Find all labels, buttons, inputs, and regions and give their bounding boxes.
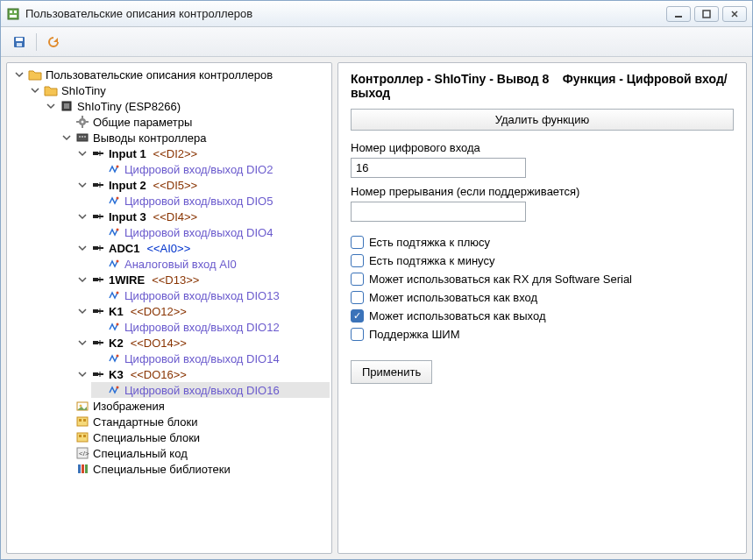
- svg-rect-51: [93, 372, 98, 376]
- tree-label: Пользовательские описания контроллеров: [46, 68, 273, 82]
- tree-label: Изображения: [93, 400, 165, 413]
- tree-node[interactable]: Input 1 <<DI2>>: [75, 145, 330, 161]
- svg-rect-59: [83, 419, 86, 422]
- tree-label: Input 2: [109, 179, 146, 192]
- close-button[interactable]: [722, 6, 747, 22]
- pin-icon: [91, 367, 105, 381]
- checkbox[interactable]: [351, 236, 364, 249]
- checkbox-label: Есть подтяжка к плюсу: [369, 236, 490, 249]
- tree-leaf[interactable]: Цифровой вход/выход DIO16: [91, 382, 330, 398]
- pin-icon: [91, 273, 105, 287]
- refresh-button[interactable]: [44, 32, 63, 52]
- minimize-button[interactable]: [666, 6, 691, 22]
- tree-node[interactable]: K1 <<DO12>>: [75, 303, 330, 319]
- svg-point-46: [117, 323, 119, 326]
- svg-rect-61: [79, 435, 82, 437]
- folder-icon: [44, 83, 58, 97]
- tree-leaf[interactable]: Аналоговый вход AI0: [91, 256, 330, 272]
- tree-node[interactable]: ADC1 <<AI0>>: [75, 240, 330, 256]
- tree-leaf[interactable]: Цифровой вход/выход DIO13: [91, 287, 330, 303]
- tree-leaf[interactable]: Специальные библиотеки: [60, 461, 330, 477]
- chevron-down-icon[interactable]: [77, 369, 88, 379]
- svg-rect-65: [78, 464, 81, 473]
- tree-leaf[interactable]: Цифровой вход/выход DIO4: [91, 224, 330, 240]
- titlebar: Пользовательские описания контроллеров: [1, 1, 752, 27]
- delete-function-button[interactable]: Удалить функцию: [351, 109, 734, 131]
- checkbox[interactable]: [351, 291, 364, 304]
- checkbox-row: Может использоваться как RX для Software…: [351, 273, 734, 286]
- tree-node[interactable]: Input 3 <<DI4>>: [75, 209, 330, 224]
- tree-alias: <<DI5>>: [153, 179, 198, 192]
- chevron-down-icon[interactable]: [30, 85, 40, 96]
- svg-rect-3: [10, 15, 17, 18]
- irq-input[interactable]: [351, 202, 526, 222]
- tree-label: Цифровой вход/выход DIO13: [124, 289, 280, 302]
- svg-rect-0: [8, 9, 18, 19]
- chevron-down-icon[interactable]: [77, 306, 88, 316]
- tree-node[interactable]: ShIoTiny: [28, 82, 330, 98]
- window-title: Пользовательские описания контроллеров: [25, 7, 252, 20]
- checkbox[interactable]: [351, 273, 364, 286]
- checkbox-row: Поддержка ШИМ: [351, 328, 734, 341]
- tree-node[interactable]: K2 <<DO14>>: [75, 335, 330, 351]
- tree-leaf[interactable]: Общие параметры: [60, 114, 330, 130]
- checkbox-row: Может использоваться как вход: [351, 291, 734, 304]
- svg-rect-57: [77, 417, 88, 426]
- chevron-down-icon[interactable]: [77, 211, 88, 222]
- tree-leaf[interactable]: Специальные блоки: [60, 429, 330, 445]
- svg-rect-60: [77, 433, 88, 442]
- tree-leaf[interactable]: Цифровой вход/выход DIO12: [91, 319, 330, 335]
- svg-rect-67: [85, 464, 88, 473]
- checkbox[interactable]: [351, 254, 364, 267]
- chevron-down-icon[interactable]: [46, 101, 56, 111]
- chevron-down-icon[interactable]: [77, 337, 88, 348]
- tree-node[interactable]: 1WIRE <<D13>>: [75, 272, 330, 287]
- checkbox-group: Есть подтяжка к плюсуЕсть подтяжка к мин…: [351, 236, 734, 341]
- tree-node[interactable]: Пользовательские описания контроллеров: [12, 67, 330, 82]
- apply-button[interactable]: Применить: [351, 360, 432, 384]
- tree[interactable]: Пользовательские описания контроллеровSh…: [9, 67, 330, 477]
- svg-rect-12: [64, 103, 69, 109]
- svg-rect-31: [93, 215, 98, 218]
- checkbox-label: Есть подтяжка к минусу: [369, 254, 494, 267]
- checkbox-row: Есть подтяжка к минусу: [351, 254, 734, 267]
- tree-leaf[interactable]: Цифровой вход/выход DIO2: [91, 161, 330, 177]
- tree-node[interactable]: Input 2 <<DI5>>: [75, 177, 330, 193]
- io-icon: [107, 162, 121, 176]
- chevron-down-icon[interactable]: [77, 148, 88, 159]
- tree-label: Специальные блоки: [93, 431, 200, 444]
- checkbox[interactable]: [351, 309, 364, 323]
- io-icon: [107, 288, 121, 302]
- tree-leaf[interactable]: Изображения: [60, 398, 330, 414]
- io-icon: [107, 257, 121, 271]
- app-icon: [6, 7, 20, 21]
- irq-label: Номер прерывания (если поддерживается): [351, 185, 734, 198]
- tree-label: ADC1: [109, 242, 139, 255]
- maximize-button[interactable]: [694, 6, 719, 22]
- tree-leaf[interactable]: Цифровой вход/выход DIO5: [91, 193, 330, 209]
- tree-node[interactable]: Выводы контроллера: [60, 130, 330, 145]
- tree-label: Общие параметры: [93, 116, 192, 129]
- tree-label: 1WIRE: [109, 273, 145, 287]
- save-button[interactable]: [10, 32, 29, 52]
- chevron-down-icon[interactable]: [77, 274, 88, 285]
- svg-point-14: [82, 121, 84, 124]
- chevron-down-icon[interactable]: [77, 243, 88, 253]
- io-icon: [107, 194, 121, 208]
- svg-rect-5: [703, 11, 710, 18]
- tree-label: Специальные библиотеки: [93, 463, 231, 476]
- io-icon: [107, 320, 121, 334]
- chevron-down-icon[interactable]: [77, 180, 88, 190]
- din-input[interactable]: [351, 158, 526, 178]
- svg-point-56: [80, 405, 82, 408]
- tree-leaf[interactable]: Цифровой вход/выход DIO14: [91, 351, 330, 366]
- tree-node[interactable]: ShIoTiny (ESP8266): [44, 98, 330, 114]
- tree-leaf[interactable]: Стандартные блоки: [60, 414, 330, 429]
- chevron-down-icon[interactable]: [61, 132, 72, 143]
- tree-leaf[interactable]: </>Специальный код: [60, 445, 330, 461]
- tree-node[interactable]: K3 <<DO16>>: [75, 366, 330, 382]
- tree-label: Цифровой вход/выход DIO16: [124, 384, 280, 397]
- properties-panel: Контроллер - ShIoTiny - Вывод 8 Функция …: [337, 62, 747, 554]
- checkbox[interactable]: [351, 328, 364, 341]
- chevron-down-icon[interactable]: [14, 69, 25, 80]
